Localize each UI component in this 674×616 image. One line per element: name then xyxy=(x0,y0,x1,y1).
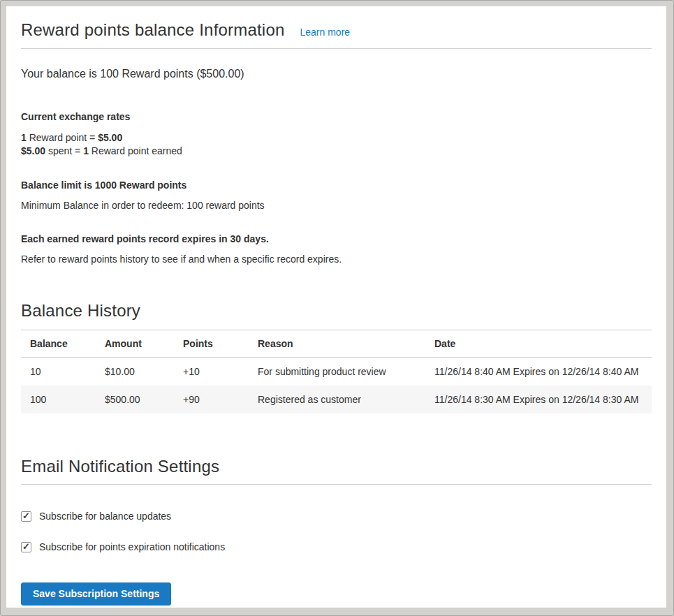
rate-text: spent = xyxy=(45,145,83,156)
save-subscription-settings-button[interactable]: Save Subscription Settings xyxy=(21,582,171,606)
cell-reason: Registered as customer xyxy=(249,386,425,413)
cell-date: 11/26/14 8:30 AM Expires on 12/26/14 8:3… xyxy=(425,386,652,413)
rate-value: $5.00 xyxy=(98,132,122,143)
subscribe-balance-updates-label: Subscribe for balance updates xyxy=(39,511,171,522)
rate-text: Reward point earned xyxy=(89,145,182,156)
reward-points-card: Reward points balance Information Learn … xyxy=(6,6,666,608)
exchange-rates-heading: Current exchange rates xyxy=(21,111,652,122)
cell-reason: For submitting product review xyxy=(249,358,425,386)
cell-balance: 10 xyxy=(21,358,96,386)
column-header-points: Points xyxy=(174,330,249,358)
title-divider xyxy=(21,48,652,49)
rate-points-to-currency: 1 Reward point = $5.00 xyxy=(21,131,652,145)
balance-limit-note: Balance limit is 1000 Reward points xyxy=(21,179,652,191)
column-header-balance: Balance xyxy=(21,330,96,358)
subscribe-balance-updates-row: Subscribe for balance updates xyxy=(21,511,652,522)
cell-points: +90 xyxy=(174,386,249,413)
rate-value: 1 xyxy=(83,145,89,156)
rate-value: $5.00 xyxy=(21,145,45,156)
email-settings-divider xyxy=(21,484,652,485)
cell-balance: 100 xyxy=(21,386,96,413)
cell-points: +10 xyxy=(174,358,249,386)
subscribe-balance-updates-checkbox[interactable] xyxy=(21,511,31,522)
subscribe-expiration-notifications-row: Subscribe for points expiration notifica… xyxy=(21,541,652,552)
column-header-amount: Amount xyxy=(96,330,174,358)
column-header-reason: Reason xyxy=(249,330,425,358)
minimum-balance-note: Minimum Balance in order to redeem: 100 … xyxy=(21,200,652,211)
cell-date: 11/26/14 8:40 AM Expires on 12/26/14 8:4… xyxy=(425,358,652,386)
rate-value: 1 xyxy=(21,132,27,143)
expiration-hint: Refer to reward points history to see if… xyxy=(21,254,652,265)
learn-more-link[interactable]: Learn more xyxy=(300,27,350,38)
cell-amount: $500.00 xyxy=(96,386,174,413)
rate-text: Reward point = xyxy=(27,132,98,143)
exchange-rates-lines: 1 Reward point = $5.00 $5.00 spent = 1 R… xyxy=(21,131,652,158)
table-row: 100 $500.00 +90 Registered as customer 1… xyxy=(21,386,652,413)
balance-history-heading: Balance History xyxy=(21,301,652,321)
subscribe-expiration-notifications-checkbox[interactable] xyxy=(21,542,31,552)
balance-history-table: Balance Amount Points Reason Date 10 $10… xyxy=(21,330,652,413)
cell-amount: $10.00 xyxy=(96,358,174,386)
column-header-date: Date xyxy=(425,330,652,358)
expiration-note: Each earned reward points record expires… xyxy=(21,233,652,244)
table-row: 10 $10.00 +10 For submitting product rev… xyxy=(21,358,652,386)
subscribe-expiration-notifications-label: Subscribe for points expiration notifica… xyxy=(39,541,225,552)
balance-summary: Your balance is 100 Reward points ($500.… xyxy=(21,67,652,81)
page-title: Reward points balance Information xyxy=(21,20,284,40)
rate-currency-to-points: $5.00 spent = 1 Reward point earned xyxy=(21,145,652,158)
table-header-row: Balance Amount Points Reason Date xyxy=(21,330,652,358)
page-title-row: Reward points balance Information Learn … xyxy=(21,20,652,40)
email-settings-heading: Email Notification Settings xyxy=(21,457,652,476)
